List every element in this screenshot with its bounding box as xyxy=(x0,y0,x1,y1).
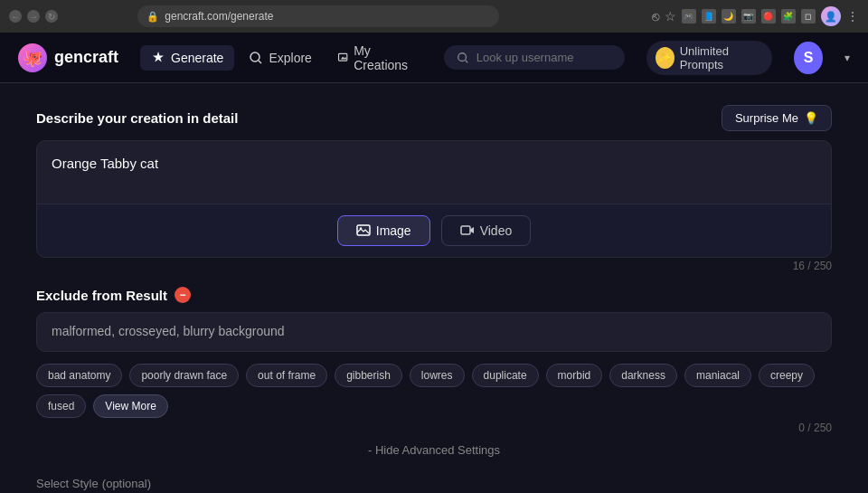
style-title: Select Style xyxy=(36,477,99,490)
nav-generate[interactable]: Generate xyxy=(140,45,234,71)
tag-duplicate[interactable]: duplicate xyxy=(472,364,539,387)
tag-gibberish[interactable]: gibberish xyxy=(335,364,402,387)
exclude-textarea[interactable] xyxy=(36,312,832,352)
address-bar[interactable]: 🔒 gencraft.com/generate xyxy=(137,5,499,27)
tag-morbid[interactable]: morbid xyxy=(546,364,603,387)
browser-right-controls: ⎋ ☆ 🎮 📘 🌙 📷 🔴 🧩 ◻ 👤 ⋮ xyxy=(652,6,859,26)
browser-chrome: ← → ↻ 🔒 gencraft.com/generate ⎋ ☆ 🎮 📘 🌙 … xyxy=(0,0,868,33)
svg-point-3 xyxy=(458,52,467,61)
browser-avatar: 👤 xyxy=(821,6,841,26)
user-avatar[interactable]: S xyxy=(794,42,823,74)
nav-explore[interactable]: Explore xyxy=(238,45,322,71)
svg-point-0 xyxy=(250,52,259,62)
surprise-me-button[interactable]: Surprise Me 💡 xyxy=(722,105,832,131)
tag-bad-anatomy[interactable]: bad anatomy xyxy=(36,364,122,387)
video-label: Video xyxy=(480,223,513,238)
image-button[interactable]: Image xyxy=(337,215,430,246)
unlimited-prompts-icon: ✨ xyxy=(656,47,675,69)
image-label: Image xyxy=(376,223,411,238)
nav-search-bar[interactable] xyxy=(444,45,625,70)
tag-lowres[interactable]: lowres xyxy=(410,364,465,387)
hide-advanced-button[interactable]: - Hide Advanced Settings xyxy=(36,443,832,457)
generate-icon xyxy=(151,51,165,65)
style-section-title: Select Style (optional) xyxy=(36,475,832,490)
svg-point-6 xyxy=(360,227,362,229)
tag-poorly-drawn[interactable]: poorly drawn face xyxy=(129,364,239,387)
describe-header: Describe your creation in detail Surpris… xyxy=(36,105,832,131)
describe-textarea[interactable] xyxy=(37,141,831,201)
nav-generate-label: Generate xyxy=(171,51,223,65)
tag-maniacal[interactable]: maniacal xyxy=(684,364,751,387)
forward-button[interactable]: → xyxy=(27,10,40,23)
more-icon[interactable]: ⋮ xyxy=(846,9,859,24)
surprise-me-label: Surprise Me xyxy=(735,111,798,125)
svg-rect-7 xyxy=(461,226,470,234)
favicon-1: 🎮 xyxy=(682,9,696,24)
logo-icon: 🐙 xyxy=(18,43,47,72)
lock-icon: 🔒 xyxy=(146,11,159,23)
logo[interactable]: 🐙 gencraft xyxy=(18,43,118,72)
video-button[interactable]: Video xyxy=(441,215,532,246)
favicon-2: 📘 xyxy=(702,9,716,24)
unlimited-prompts-label: Unlimited Prompts xyxy=(680,44,764,71)
favicon-7: ◻ xyxy=(801,9,816,24)
svg-line-1 xyxy=(259,61,261,63)
refresh-button[interactable]: ↻ xyxy=(45,10,58,23)
navbar: 🐙 gencraft Generate Explore My Creations… xyxy=(0,33,868,83)
explore-icon xyxy=(249,51,263,65)
exclude-header: Exclude from Result − xyxy=(36,287,832,303)
describe-char-count: 16 / 250 xyxy=(36,260,832,272)
tag-darkness[interactable]: darkness xyxy=(609,364,677,387)
media-buttons: Image Video xyxy=(37,204,831,257)
browser-controls: ← → ↻ xyxy=(9,10,58,23)
magic-icon: 💡 xyxy=(804,111,818,125)
video-icon xyxy=(460,223,475,238)
tag-creepy[interactable]: creepy xyxy=(759,364,815,387)
favicon-4: 📷 xyxy=(741,9,756,24)
star-icon[interactable]: ☆ xyxy=(665,9,676,24)
nav-links: Generate Explore My Creations xyxy=(140,38,422,78)
exclude-char-count: 0 / 250 xyxy=(36,422,832,434)
image-icon xyxy=(356,223,371,238)
back-button[interactable]: ← xyxy=(9,10,22,23)
favicon-5: 🔴 xyxy=(761,9,776,24)
describe-textarea-wrapper: Image Video xyxy=(36,140,832,258)
favicon-6: 🧩 xyxy=(781,9,796,24)
describe-title: Describe your creation in detail xyxy=(36,110,238,126)
search-input[interactable] xyxy=(476,51,612,64)
tag-out-of-frame[interactable]: out of frame xyxy=(246,364,327,387)
logo-text: gencraft xyxy=(54,48,118,67)
nav-explore-label: Explore xyxy=(269,51,311,65)
exclude-title: Exclude from Result xyxy=(36,288,167,303)
main-content: Describe your creation in detail Surpris… xyxy=(0,83,868,493)
favicon-3: 🌙 xyxy=(722,9,736,24)
tag-row: bad anatomy poorly drawn face out of fra… xyxy=(36,364,832,418)
share-icon[interactable]: ⎋ xyxy=(652,9,659,24)
style-optional: (optional) xyxy=(102,477,151,490)
view-more-button[interactable]: View More xyxy=(93,394,167,418)
chevron-down-icon[interactable]: ▾ xyxy=(844,52,850,64)
user-initial: S xyxy=(804,50,814,66)
my-creations-icon xyxy=(337,51,348,65)
unlimited-prompts-badge[interactable]: ✨ Unlimited Prompts xyxy=(646,41,773,75)
exclude-minus-icon: − xyxy=(175,287,191,303)
tag-fused[interactable]: fused xyxy=(36,394,86,418)
search-icon xyxy=(457,52,469,64)
url-text: gencraft.com/generate xyxy=(165,10,273,23)
nav-my-creations-label: My Creations xyxy=(354,43,411,72)
nav-my-creations[interactable]: My Creations xyxy=(326,38,422,78)
svg-line-4 xyxy=(465,60,467,62)
